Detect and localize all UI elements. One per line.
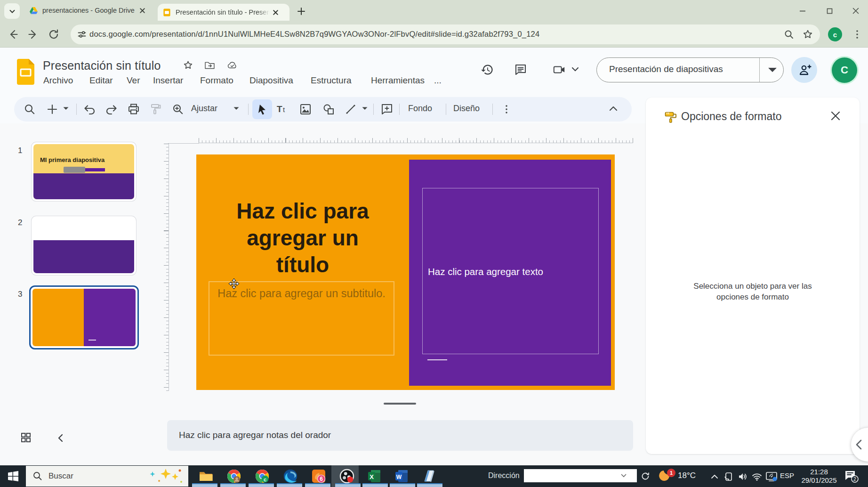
fit-zoom-label[interactable]: Ajustar bbox=[191, 104, 217, 114]
menu-archivo[interactable]: Archivo bbox=[43, 75, 73, 86]
meet-camera-icon[interactable] bbox=[553, 63, 566, 76]
toolbar-separator bbox=[373, 104, 374, 115]
menu-formato[interactable]: Formato bbox=[200, 75, 233, 86]
search-icon[interactable] bbox=[23, 103, 36, 116]
chevron-down-icon[interactable] bbox=[63, 106, 69, 111]
layout-button[interactable]: Diseño bbox=[453, 104, 480, 114]
slide-title-placeholder[interactable]: Haz clic para agregar un título bbox=[227, 198, 378, 278]
collapse-toolbar-icon[interactable] bbox=[608, 105, 619, 113]
close-icon[interactable] bbox=[138, 7, 146, 15]
slide-thumbnail-1[interactable]: MI primera diapositiva bbox=[32, 142, 136, 201]
slide-canvas[interactable]: Haz clic para agregar un título Haz clic… bbox=[196, 154, 615, 390]
thumb1-purple-area bbox=[33, 173, 134, 199]
comments-icon[interactable] bbox=[514, 63, 527, 76]
print-icon[interactable] bbox=[127, 103, 140, 116]
notes-resize-handle[interactable] bbox=[384, 403, 416, 405]
taskbar-search-box[interactable]: Buscar bbox=[26, 466, 188, 487]
insert-shape-icon[interactable] bbox=[322, 103, 335, 116]
menu-overflow[interactable]: ... bbox=[434, 75, 442, 86]
undo-icon[interactable] bbox=[83, 103, 96, 116]
redo-icon[interactable] bbox=[105, 103, 118, 116]
slide-thumbnail-2[interactable] bbox=[32, 216, 136, 275]
wifi-icon[interactable] bbox=[752, 471, 762, 482]
tray-expand-icon[interactable] bbox=[709, 471, 720, 482]
chevron-down-icon[interactable] bbox=[362, 106, 368, 111]
menu-diapositiva[interactable]: Diapositiva bbox=[249, 75, 293, 86]
slide-text-placeholder[interactable]: Haz clic para agregar texto bbox=[422, 188, 599, 354]
menu-ver[interactable]: Ver bbox=[127, 75, 140, 86]
background-button[interactable]: Fondo bbox=[408, 104, 432, 114]
chevron-down-icon[interactable] bbox=[571, 67, 579, 73]
version-history-icon[interactable] bbox=[481, 63, 494, 76]
notification-center-button[interactable]: 2 bbox=[843, 470, 860, 483]
thumb3-purple-area bbox=[84, 289, 136, 346]
zoom-icon[interactable] bbox=[783, 29, 795, 40]
cloud-saved-icon[interactable] bbox=[227, 60, 238, 71]
insert-comment-icon[interactable] bbox=[380, 103, 394, 116]
tab-presentation[interactable]: Presentación sin título - Presen bbox=[158, 4, 289, 21]
star-icon[interactable] bbox=[183, 60, 193, 71]
window-restore-button[interactable] bbox=[824, 5, 836, 17]
browser-profile-avatar[interactable]: c bbox=[828, 27, 842, 41]
insert-image-icon[interactable] bbox=[299, 103, 312, 116]
chevron-down-icon[interactable] bbox=[233, 106, 240, 111]
more-options-icon[interactable] bbox=[500, 103, 513, 116]
cast-icon[interactable] bbox=[765, 471, 778, 482]
move-folder-icon[interactable] bbox=[204, 60, 215, 71]
start-button[interactable] bbox=[0, 465, 26, 487]
select-cursor-icon[interactable] bbox=[256, 103, 269, 116]
paint-format-icon[interactable] bbox=[149, 103, 162, 116]
thumb1-purple-bar bbox=[85, 168, 105, 171]
window-close-button[interactable] bbox=[850, 5, 862, 17]
horizontal-ruler bbox=[199, 138, 633, 143]
account-avatar[interactable]: C bbox=[832, 57, 857, 83]
new-tab-button[interactable] bbox=[296, 6, 307, 17]
insert-line-icon[interactable] bbox=[344, 103, 357, 116]
chevron-down-icon[interactable] bbox=[766, 67, 779, 74]
volume-icon[interactable] bbox=[738, 471, 748, 482]
your-phone-icon[interactable] bbox=[723, 471, 734, 482]
collapse-filmstrip-icon[interactable] bbox=[56, 433, 65, 443]
bookmark-star-icon[interactable] bbox=[802, 29, 813, 40]
windows-logo-icon bbox=[8, 471, 19, 482]
reload-icon[interactable] bbox=[47, 28, 60, 41]
svg-text:2: 2 bbox=[853, 476, 856, 482]
share-button[interactable] bbox=[791, 57, 817, 83]
slide-subtitle-placeholder[interactable]: Haz clic para agregar un subtitulo. bbox=[209, 281, 394, 356]
menu-insertar[interactable]: Insertar bbox=[153, 75, 183, 86]
close-icon[interactable] bbox=[829, 110, 842, 122]
site-settings-icon[interactable] bbox=[76, 29, 88, 40]
tab-search-button[interactable] bbox=[4, 3, 20, 19]
close-icon[interactable] bbox=[272, 8, 280, 16]
new-slide-icon[interactable] bbox=[46, 103, 59, 116]
zoom-in-icon[interactable] bbox=[171, 103, 185, 116]
running-indicator bbox=[220, 483, 246, 487]
thumb1-gray-bar bbox=[64, 167, 85, 173]
paint-roller-icon bbox=[664, 110, 678, 124]
temperature-label[interactable]: 18°C bbox=[678, 471, 696, 480]
thumb2-purple-area bbox=[33, 240, 134, 273]
present-button[interactable]: Presentación de diapositivas bbox=[596, 57, 784, 82]
document-title[interactable]: Presentación sin título bbox=[43, 59, 161, 73]
address-toolbar-input[interactable] bbox=[524, 469, 637, 482]
taskbar-clock[interactable]: 21:2829/01/2025 bbox=[797, 468, 841, 485]
tab-google-drive[interactable]: presentaciones - Google Drive bbox=[24, 0, 156, 21]
forward-icon[interactable] bbox=[26, 28, 40, 41]
text-box-icon[interactable]: Tt bbox=[276, 103, 289, 116]
refresh-icon[interactable] bbox=[641, 471, 650, 481]
speaker-notes-box[interactable]: Haz clic para agregar notas del orador bbox=[167, 420, 633, 451]
language-indicator[interactable]: ESP bbox=[780, 471, 794, 479]
window-minimize-button[interactable] bbox=[796, 5, 809, 17]
menu-estructura[interactable]: Estructura bbox=[311, 75, 352, 86]
back-icon[interactable] bbox=[7, 28, 20, 41]
running-indicator bbox=[417, 483, 442, 487]
menu-herramientas[interactable]: Herramientas bbox=[371, 75, 425, 86]
chevron-down-icon[interactable] bbox=[621, 473, 627, 478]
svg-text:t: t bbox=[283, 106, 285, 114]
browser-menu-icon[interactable] bbox=[851, 28, 863, 41]
grid-view-icon[interactable] bbox=[20, 432, 32, 443]
menu-editar[interactable]: Editar bbox=[89, 75, 113, 86]
address-bar[interactable]: docs.google.com/presentation/d/1nnU1NulW… bbox=[71, 24, 820, 44]
slide-thumbnail-3-selected[interactable] bbox=[29, 285, 139, 349]
address-toolbar-label: Dirección bbox=[488, 471, 520, 480]
